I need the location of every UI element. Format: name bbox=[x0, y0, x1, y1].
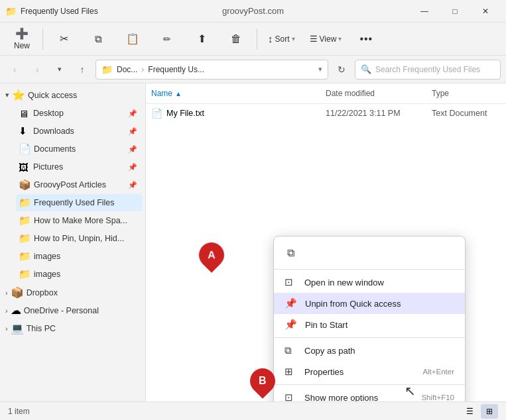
path-text: Doc... bbox=[117, 65, 137, 74]
share-button[interactable]: ⬆ bbox=[185, 26, 218, 52]
onedrive-label: OneDrive - Personal bbox=[24, 306, 99, 315]
quick-access-items: 🖥 Desktop 📌 ⬇ Downloads 📌 📄 Documents 📌 … bbox=[0, 105, 145, 283]
col-date-label: Date modified bbox=[326, 89, 375, 98]
cut-icon: ✂ bbox=[60, 32, 68, 45]
tiles-view-button[interactable]: ⊞ bbox=[481, 404, 498, 419]
cm-item-open-new-window[interactable]: ⊡ Open in new window bbox=[274, 272, 465, 293]
cm-copy-as-path-label: Copy as path bbox=[304, 346, 454, 356]
cm-item-properties[interactable]: ⊞ Properties Alt+Enter bbox=[274, 361, 465, 382]
rename-icon: ✏ bbox=[163, 34, 171, 44]
cm-pin-to-start-label: Pin to Start bbox=[305, 320, 454, 330]
delete-button[interactable]: 🗑 bbox=[220, 26, 253, 52]
cm-pin-to-start-icon: 📌 bbox=[285, 319, 297, 331]
sidebar-item-images1[interactable]: 📁 images bbox=[16, 248, 143, 265]
desktop-label: Desktop bbox=[33, 109, 125, 118]
refresh-button[interactable]: ↻ bbox=[332, 60, 351, 79]
sidebar-section-dropbox[interactable]: › 📦 Dropbox bbox=[0, 284, 145, 301]
cm-item-unpin-quick-access[interactable]: 📌 Unpin from Quick access bbox=[274, 293, 465, 314]
file-area: Name ▲ Date modified Type 📄 My File.txt … bbox=[146, 83, 506, 401]
sidebar-item-downloads[interactable]: ⬇ Downloads 📌 bbox=[16, 123, 143, 140]
thispc-chevron: › bbox=[5, 325, 8, 333]
cm-properties-label: Properties bbox=[304, 367, 414, 377]
desktop-icon: 🖥 bbox=[19, 108, 31, 119]
documents-icon: 📄 bbox=[19, 143, 31, 155]
sidebar-item-groovypost[interactable]: 📦 GroovyPost Articles 📌 bbox=[16, 176, 143, 193]
copy-button[interactable]: ⧉ bbox=[82, 26, 115, 52]
images1-label: images bbox=[34, 252, 137, 261]
sidebar-item-documents[interactable]: 📄 Documents 📌 bbox=[16, 140, 143, 158]
sort-button[interactable]: ↕ Sort ▾ bbox=[261, 26, 302, 52]
view-label-wrap: ☰ View ▾ bbox=[310, 34, 342, 44]
pin-unpin-label: How to Pin, Unpin, Hid... bbox=[34, 234, 137, 243]
cm-item-copy-as-path[interactable]: ⧉ Copy as path bbox=[274, 340, 465, 361]
title-bar: 📁 Frequently Used Files groovyPost.com —… bbox=[0, 0, 506, 23]
groovypost-label: GroovyPost Articles bbox=[34, 180, 125, 189]
pictures-pin-icon: 📌 bbox=[128, 163, 137, 172]
view-button[interactable]: ☰ View ▾ bbox=[303, 26, 349, 52]
status-items-count: 1 item bbox=[8, 407, 30, 416]
share-icon: ⬆ bbox=[198, 32, 206, 45]
new-button[interactable]: ➕ New bbox=[5, 26, 38, 52]
col-type-label: Type bbox=[432, 89, 449, 98]
maximize-button[interactable]: □ bbox=[440, 0, 470, 23]
recent-locations-button[interactable]: ▾ bbox=[50, 60, 69, 79]
close-button[interactable]: ✕ bbox=[470, 0, 501, 23]
table-row[interactable]: 📄 My File.txt 11/22/2021 3:11 PM Text Do… bbox=[146, 104, 506, 123]
address-input[interactable]: 📁 Doc... › Frequently Us... ▾ bbox=[95, 60, 328, 79]
downloads-icon: ⬇ bbox=[19, 125, 31, 137]
col-header-name[interactable]: Name ▲ bbox=[146, 86, 320, 101]
delete-icon: 🗑 bbox=[231, 33, 241, 45]
file-date: 11/22/2021 3:11 PM bbox=[320, 107, 426, 119]
cm-item-show-more[interactable]: ⊡ Show more options Shift+F10 bbox=[274, 387, 465, 401]
sidebar-item-make-more[interactable]: 📁 How to Make More Spa... bbox=[16, 212, 143, 229]
sidebar-item-pictures[interactable]: 🖼 Pictures 📌 bbox=[16, 158, 143, 176]
sidebar-item-frequently-used[interactable]: 📁 Frequently Used Files bbox=[16, 194, 143, 211]
cm-copy-button[interactable]: ⧉ bbox=[279, 242, 302, 264]
up-button[interactable]: ↑ bbox=[73, 60, 92, 79]
annotation-a: A bbox=[194, 237, 229, 273]
onedrive-chevron: › bbox=[5, 307, 8, 315]
sidebar-item-images2[interactable]: 📁 images bbox=[16, 266, 143, 283]
paste-icon: 📋 bbox=[126, 32, 139, 45]
cut-button[interactable]: ✂ bbox=[47, 26, 80, 52]
downloads-pin-icon: 📌 bbox=[128, 127, 137, 136]
search-placeholder: Search Frequently Used Files bbox=[375, 65, 480, 74]
col-header-type[interactable]: Type bbox=[426, 86, 506, 101]
col-header-date[interactable]: Date modified bbox=[320, 86, 426, 101]
minimize-button[interactable]: — bbox=[409, 0, 440, 23]
context-menu-top-row: ⧉ bbox=[274, 239, 465, 267]
view-label: View bbox=[320, 34, 337, 44]
cm-properties-shortcut: Alt+Enter bbox=[422, 368, 454, 376]
images2-icon: 📁 bbox=[19, 268, 31, 280]
sidebar-section-onedrive[interactable]: › ☁ OneDrive - Personal bbox=[0, 301, 145, 319]
rename-button[interactable]: ✏ bbox=[151, 26, 184, 52]
make-more-icon: 📁 bbox=[19, 215, 31, 227]
new-label: New bbox=[14, 41, 30, 50]
desktop-pin-icon: 📌 bbox=[128, 109, 137, 118]
sidebar-section-quick-access[interactable]: ▾ ⭐ Quick access bbox=[0, 86, 145, 104]
sidebar-item-pin-unpin[interactable]: 📁 How to Pin, Unpin, Hid... bbox=[16, 230, 143, 247]
toolbar-divider-1 bbox=[42, 28, 43, 50]
images2-label: images bbox=[34, 270, 137, 279]
status-view-controls: ☰ ⊞ bbox=[461, 404, 498, 419]
dropbox-icon: 📦 bbox=[11, 286, 24, 299]
pictures-icon: 🖼 bbox=[19, 162, 31, 173]
dropbox-chevron: › bbox=[5, 289, 8, 297]
sidebar-section-thispc[interactable]: › 💻 This PC bbox=[0, 319, 145, 337]
more-button[interactable]: ••• bbox=[349, 26, 383, 52]
frequently-used-icon: 📁 bbox=[19, 197, 31, 209]
forward-button[interactable]: › bbox=[28, 60, 46, 79]
window-icon: 📁 bbox=[5, 6, 17, 17]
back-button[interactable]: ‹ bbox=[5, 60, 24, 79]
downloads-label: Downloads bbox=[33, 127, 125, 136]
cm-unpin-label: Unpin from Quick access bbox=[305, 299, 454, 309]
documents-pin-icon: 📌 bbox=[128, 145, 137, 154]
quick-access-label: Quick access bbox=[28, 91, 77, 100]
paste-button[interactable]: 📋 bbox=[116, 26, 149, 52]
file-type: Text Document bbox=[426, 107, 506, 119]
search-box[interactable]: 🔍 Search Frequently Used Files bbox=[355, 60, 501, 79]
cm-item-pin-to-start[interactable]: 📌 Pin to Start bbox=[274, 314, 465, 335]
details-view-button[interactable]: ☰ bbox=[461, 404, 478, 419]
frequently-used-label: Frequently Used Files bbox=[34, 198, 137, 207]
sidebar-item-desktop[interactable]: 🖥 Desktop 📌 bbox=[16, 105, 143, 122]
